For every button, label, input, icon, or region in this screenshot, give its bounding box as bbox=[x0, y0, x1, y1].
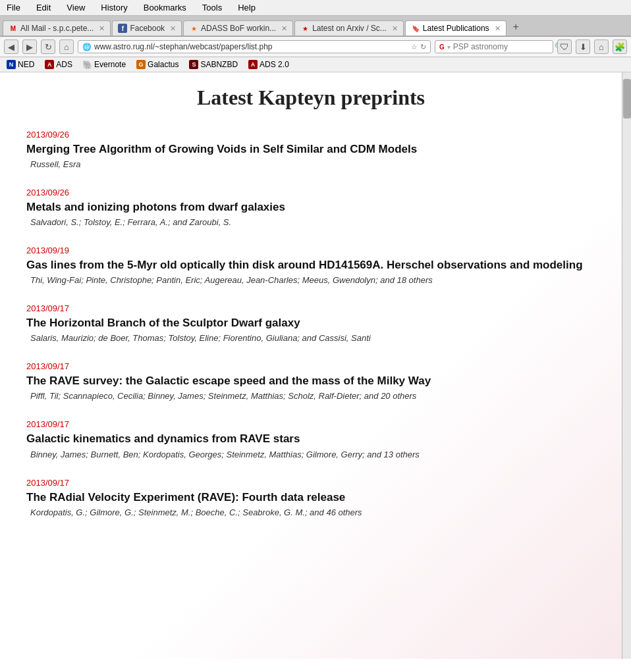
pub-date-1: 2013/09/26 bbox=[26, 188, 595, 197]
bookmark-ned-label: NED bbox=[18, 60, 34, 69]
tab-latest-pub-label: Latest Publications bbox=[423, 24, 489, 33]
search-input[interactable] bbox=[453, 42, 552, 51]
bookmark-sabnzbd[interactable]: S SABNZBD bbox=[186, 59, 240, 70]
tab-facebook[interactable]: f Facebook ✕ bbox=[112, 20, 182, 36]
tab-gmail-close[interactable]: ✕ bbox=[99, 24, 105, 33]
browser-chrome: File Edit View History Bookmarks Tools H… bbox=[0, 0, 631, 72]
menu-bar: File Edit View History Bookmarks Tools H… bbox=[0, 0, 631, 16]
pub-title-3[interactable]: The Horizontal Branch of the Sculptor Dw… bbox=[26, 316, 595, 330]
pub-authors-4: Piffl, Til; Scannapieco, Cecilia; Binney… bbox=[26, 391, 595, 401]
extensions-icon[interactable]: 🧩 bbox=[613, 39, 627, 54]
tab-gmail-label: All Mail - s.p.c.pete... bbox=[20, 24, 94, 33]
publication-1: 2013/09/26 Metals and ionizing photons f… bbox=[26, 188, 595, 227]
lock-icon: 🌐 bbox=[82, 43, 92, 51]
scrollbar-track[interactable] bbox=[622, 72, 631, 659]
tab-latest-sc-label: Latest on Arxiv / Sc... bbox=[312, 24, 387, 33]
url-box: 🌐 ☆ ↻ bbox=[78, 40, 431, 53]
menu-edit[interactable]: Edit bbox=[34, 1, 53, 14]
scrollbar-thumb[interactable] bbox=[623, 79, 631, 118]
page-content: Latest Kapteyn preprints 2013/09/26 Merg… bbox=[0, 72, 622, 659]
pub-title-0[interactable]: Merging Tree Algorithm of Growing Voids … bbox=[26, 142, 595, 157]
pub-title-4[interactable]: The RAVE survey: the Galactic escape spe… bbox=[26, 374, 595, 388]
publication-0: 2013/09/26 Merging Tree Algorithm of Gro… bbox=[26, 130, 595, 169]
tab-bar: M All Mail - s.p.c.pete... ✕ f Facebook … bbox=[0, 16, 631, 37]
sabnzbd-icon: S bbox=[189, 60, 198, 69]
bookmark-ads2-label: ADS 2.0 bbox=[260, 60, 289, 69]
latest-sc-icon: ★ bbox=[300, 24, 310, 33]
bookmark-icon[interactable]: ⌂ bbox=[594, 39, 609, 54]
bookmark-ads2[interactable]: A ADS 2.0 bbox=[246, 59, 292, 70]
pub-title-6[interactable]: The RAdial Velocity Experiment (RAVE): F… bbox=[26, 490, 595, 505]
search-box: G ▾ 🔍 bbox=[435, 40, 553, 53]
publications-list: 2013/09/26 Merging Tree Algorithm of Gro… bbox=[26, 130, 595, 517]
menu-tools[interactable]: Tools bbox=[200, 1, 225, 14]
bookmark-evernote-label: Evernote bbox=[94, 60, 126, 69]
reload-button[interactable]: ↻ bbox=[41, 39, 55, 54]
search-engine-icon: G bbox=[439, 43, 445, 51]
pub-authors-1: Salvadori, S.; Tolstoy, E.; Ferrara, A.;… bbox=[26, 217, 595, 227]
shield-icon[interactable]: 🛡 bbox=[557, 39, 572, 54]
pub-title-5[interactable]: Galactic kinematics and dynamics from RA… bbox=[26, 432, 595, 446]
pub-authors-0: Russell, Esra bbox=[26, 159, 595, 169]
download-icon[interactable]: ⬇ bbox=[576, 39, 590, 54]
menu-file[interactable]: File bbox=[4, 1, 23, 14]
pub-authors-3: Salaris, Maurizio; de Boer, Thomas; Tols… bbox=[26, 333, 595, 343]
facebook-icon: f bbox=[118, 24, 127, 33]
star-icon[interactable]: ☆ bbox=[411, 43, 418, 51]
new-tab-button[interactable]: + bbox=[508, 18, 524, 36]
pub-title-2[interactable]: Gas lines from the 5-Myr old optically t… bbox=[26, 258, 595, 272]
ned-icon: N bbox=[7, 60, 16, 69]
tab-adass[interactable]: ★ ADASS BoF workin... ✕ bbox=[183, 20, 293, 36]
refresh-icon[interactable]: ↻ bbox=[420, 43, 426, 51]
ads2-icon: A bbox=[248, 60, 258, 69]
bookmark-galactus-label: Galactus bbox=[148, 60, 178, 69]
pub-date-3: 2013/09/17 bbox=[26, 303, 595, 313]
tab-latest-sc-close[interactable]: ✕ bbox=[392, 24, 398, 33]
publication-5: 2013/09/17 Galactic kinematics and dynam… bbox=[26, 419, 595, 459]
adass-icon: ★ bbox=[189, 24, 198, 33]
page-title: Latest Kapteyn preprints bbox=[26, 86, 595, 110]
back-button[interactable]: ◀ bbox=[4, 39, 18, 54]
evernote-icon: 🐘 bbox=[83, 60, 92, 69]
tab-latest-pub-close[interactable]: ✕ bbox=[495, 24, 501, 33]
forward-button[interactable]: ▶ bbox=[22, 39, 37, 54]
pub-authors-6: Kordopatis, G.; Gilmore, G.; Steinmetz, … bbox=[26, 507, 595, 517]
bookmark-sabnzbd-label: SABNZBD bbox=[200, 60, 238, 69]
tab-latest-sc[interactable]: ★ Latest on Arxiv / Sc... ✕ bbox=[294, 20, 404, 36]
bookmarks-bar: N NED A ADS 🐘 Evernote G Galactus S SABN… bbox=[0, 57, 631, 72]
gmail-icon: M bbox=[9, 24, 18, 33]
bookmark-galactus[interactable]: G Galactus bbox=[134, 59, 181, 70]
publication-3: 2013/09/17 The Horizontal Branch of the … bbox=[26, 303, 595, 343]
bookmark-ads[interactable]: A ADS bbox=[42, 59, 75, 70]
pub-date-5: 2013/09/17 bbox=[26, 419, 595, 429]
tab-adass-label: ADASS BoF workin... bbox=[201, 24, 276, 33]
pub-date-2: 2013/09/19 bbox=[26, 246, 595, 255]
pub-date-4: 2013/09/17 bbox=[26, 361, 595, 371]
galactus-icon: G bbox=[136, 60, 146, 69]
bookmark-evernote[interactable]: 🐘 Evernote bbox=[80, 59, 128, 70]
tab-adass-close[interactable]: ✕ bbox=[281, 24, 287, 33]
publication-4: 2013/09/17 The RAVE survey: the Galactic… bbox=[26, 361, 595, 401]
page-wrapper: Latest Kapteyn preprints 2013/09/26 Merg… bbox=[0, 72, 631, 659]
tab-facebook-label: Facebook bbox=[130, 24, 165, 33]
bookmark-ned[interactable]: N NED bbox=[4, 59, 37, 70]
tab-latest-pub[interactable]: 🔖 Latest Publications ✕ bbox=[405, 20, 507, 36]
ads-icon: A bbox=[45, 60, 54, 69]
menu-help[interactable]: Help bbox=[235, 1, 258, 14]
publication-2: 2013/09/19 Gas lines from the 5-Myr old … bbox=[26, 246, 595, 285]
pub-date-0: 2013/09/26 bbox=[26, 130, 595, 140]
menu-view[interactable]: View bbox=[64, 1, 88, 14]
pub-date-6: 2013/09/17 bbox=[26, 478, 595, 488]
home-button[interactable]: ⌂ bbox=[59, 39, 74, 54]
pub-authors-5: Binney, James; Burnett, Ben; Kordopatis,… bbox=[26, 450, 595, 459]
tab-facebook-close[interactable]: ✕ bbox=[170, 24, 176, 33]
menu-bookmarks[interactable]: Bookmarks bbox=[141, 1, 189, 14]
pub-authors-2: Thi, Wing-Fai; Pinte, Christophe; Pantin… bbox=[26, 275, 595, 285]
url-input[interactable] bbox=[94, 42, 408, 51]
bookmark-ads-label: ADS bbox=[56, 60, 72, 69]
publication-6: 2013/09/17 The RAdial Velocity Experimen… bbox=[26, 478, 595, 517]
menu-history[interactable]: History bbox=[98, 1, 130, 14]
tab-gmail[interactable]: M All Mail - s.p.c.pete... ✕ bbox=[3, 20, 111, 36]
pub-title-1[interactable]: Metals and ionizing photons from dwarf g… bbox=[26, 200, 595, 215]
latest-pub-icon: 🔖 bbox=[411, 24, 420, 33]
